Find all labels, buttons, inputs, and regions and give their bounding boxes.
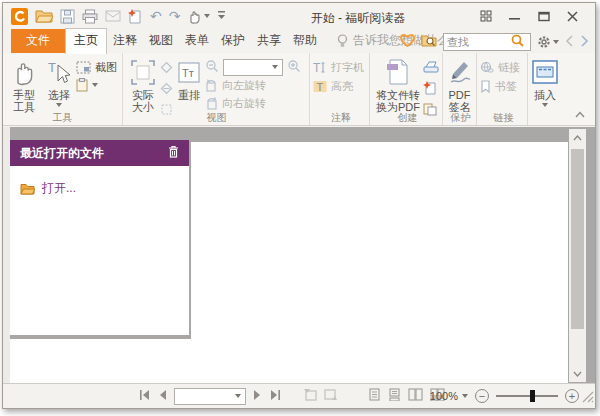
tab-help[interactable]: 帮助 [287, 29, 323, 53]
fit-page-icon [160, 61, 173, 74]
scroll-down-button[interactable] [569, 365, 586, 382]
navigation-panel-strip [3, 127, 10, 383]
window-controls [471, 5, 587, 27]
open-file-item[interactable]: 打开... [10, 166, 189, 211]
chevron-down-icon [204, 14, 210, 18]
tab-form[interactable]: 表单 [179, 29, 215, 53]
minimize-button[interactable] [500, 5, 529, 27]
zoom-out-button[interactable]: − [475, 389, 489, 403]
window-title: 开始 - 福昕阅读器 [253, 10, 463, 27]
zoom-slider[interactable] [496, 389, 558, 403]
zoom-slider-thumb[interactable] [530, 390, 535, 402]
zoom-input[interactable] [226, 61, 272, 73]
actual-size-button[interactable]: 实际大小 [126, 57, 160, 113]
tab-protect[interactable]: 保护 [215, 29, 251, 53]
highlight-label: 高亮 [331, 79, 353, 94]
zoom-level-button[interactable]: 100% [430, 390, 468, 402]
vertical-scrollbar[interactable] [569, 129, 586, 382]
clear-recent-button[interactable] [168, 145, 179, 161]
customize-qat-button[interactable] [217, 7, 226, 25]
zoom-slider-track[interactable] [496, 395, 558, 397]
convert-to-pdf-button[interactable]: 将文件转换为PDF [373, 57, 423, 113]
scrollbar-thumb[interactable] [571, 149, 584, 329]
tab-comment[interactable]: 注释 [107, 29, 143, 53]
history-back-button[interactable] [565, 33, 574, 51]
select-tool-button[interactable]: T 选择 [42, 57, 76, 107]
reflow-label: 重排 [178, 89, 200, 101]
save-button[interactable] [60, 7, 75, 25]
single-page-view-button[interactable] [368, 387, 381, 405]
undo-button[interactable]: ↶ [150, 7, 162, 25]
rotate-left-button[interactable]: 向左旋转 [205, 78, 301, 92]
create-pdf-button[interactable] [128, 7, 143, 25]
last-page-button[interactable] [269, 387, 281, 405]
search-icon[interactable] [511, 33, 524, 51]
ui-layout-button[interactable] [471, 5, 500, 27]
resize-grip[interactable] [582, 389, 594, 407]
open-folder-icon [35, 9, 53, 23]
page-number-input[interactable] [177, 390, 235, 402]
close-icon [567, 11, 578, 22]
tab-share[interactable]: 共享 [251, 29, 287, 53]
reflow-icon: Tᴛ [177, 57, 201, 87]
previous-page-button[interactable] [158, 387, 167, 405]
chevron-down-icon[interactable] [235, 394, 241, 398]
find-box [443, 33, 531, 51]
print-button[interactable] [82, 7, 98, 25]
restore-button[interactable] [529, 5, 558, 27]
save-icon [60, 9, 75, 24]
next-view-button[interactable] [324, 387, 338, 405]
fit-page-button[interactable] [160, 60, 173, 78]
link-button[interactable]: 链接 [480, 60, 520, 74]
email-button[interactable] [105, 7, 121, 25]
continuous-view-button[interactable] [388, 387, 401, 405]
highlight-icon: T [313, 80, 327, 93]
bookmark-button[interactable]: 书签 [480, 79, 520, 93]
favorite-button[interactable] [400, 33, 415, 51]
tab-home[interactable]: 主页 [65, 28, 107, 54]
hand-tool-button[interactable]: 手型工具 [6, 57, 42, 113]
open-file-button[interactable] [35, 7, 53, 25]
collapse-ribbon-button[interactable] [575, 104, 585, 122]
zoom-in-button[interactable] [287, 59, 301, 75]
fit-width-button[interactable] [160, 81, 173, 99]
pdf-sign-icon [448, 57, 472, 87]
zoom-out-button[interactable] [205, 59, 219, 75]
typewriter-icon: T [313, 61, 327, 74]
snapshot-button[interactable]: 截图 [76, 60, 117, 74]
gear-icon [537, 35, 551, 49]
settings-button[interactable] [537, 35, 559, 49]
close-button[interactable] [558, 5, 587, 27]
rotate-left-label: 向左旋转 [222, 78, 266, 93]
typewriter-button[interactable]: T 打字机 [313, 60, 364, 74]
chevron-down-icon[interactable] [272, 65, 278, 69]
next-page-button[interactable] [253, 387, 262, 405]
clipboard-button[interactable] [76, 78, 117, 92]
previous-view-button[interactable] [303, 387, 317, 405]
reflow-button[interactable]: Tᴛ 重排 [173, 57, 205, 101]
search-folder-button[interactable] [421, 33, 437, 51]
group-label-comment: 注释 [311, 111, 371, 125]
from-scanner-button[interactable] [423, 60, 439, 78]
next-view-icon [324, 388, 338, 401]
facing-view-button[interactable] [408, 387, 423, 405]
stamp-tool-button[interactable] [187, 7, 210, 25]
customize-icon [217, 10, 226, 22]
tab-view[interactable]: 视图 [143, 29, 179, 53]
blank-pdf-button[interactable] [423, 81, 439, 99]
tab-file[interactable]: 文件 [11, 29, 65, 53]
group-label-protect: 保护 [444, 111, 477, 125]
page-number-combobox [174, 388, 246, 405]
redo-button[interactable]: ↷ [169, 7, 181, 25]
link-label: 链接 [498, 60, 520, 75]
history-forward-button[interactable] [580, 33, 589, 51]
actual-size-label: 实际大小 [128, 89, 158, 113]
rotate-right-button[interactable]: 向右旋转 [205, 96, 301, 110]
insert-button[interactable]: 插入 [531, 57, 559, 107]
highlight-button[interactable]: T 高亮 [313, 79, 364, 93]
scroll-up-button[interactable] [569, 129, 586, 146]
find-input[interactable] [447, 36, 511, 48]
pdf-sign-button[interactable]: PDF 签名 [446, 57, 473, 113]
first-page-button[interactable] [139, 387, 151, 405]
zoom-in-button[interactable]: + [565, 389, 579, 403]
